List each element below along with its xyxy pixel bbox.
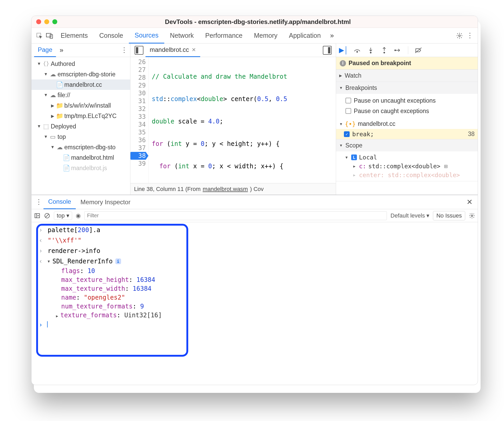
object-property[interactable]: name: "opengles2" bbox=[61, 293, 478, 302]
show-console-sidebar-icon[interactable] bbox=[34, 213, 40, 219]
code-area[interactable]: // Calculate and draw the Mandelbrot std… bbox=[149, 57, 336, 183]
watch-section[interactable]: ▶Watch bbox=[336, 70, 478, 82]
tree-file-protocol[interactable]: ▼☁︎file:// bbox=[32, 90, 130, 100]
breakpoint-file[interactable]: ▼{•}mandelbrot.cc bbox=[336, 119, 478, 129]
breakpoint-text: break; bbox=[352, 131, 374, 138]
tree-file-mandelbrot-cc[interactable]: 📄mandelbrot.cc bbox=[32, 79, 130, 90]
step-into-icon[interactable] bbox=[366, 46, 375, 55]
kebab-icon[interactable]: ⋮ bbox=[121, 46, 128, 54]
section-header[interactable]: ▼Scope bbox=[336, 139, 478, 151]
scope-section: ▼Scope ▼LLocal ▶c: std::complex<double>⊞… bbox=[336, 139, 478, 181]
console-output-row: ‹"'\\xff'" bbox=[38, 235, 478, 246]
scope-local[interactable]: ▼LLocal bbox=[339, 153, 475, 162]
step-out-icon[interactable] bbox=[380, 46, 389, 55]
svg-point-10 bbox=[471, 215, 473, 216]
tree-file-html[interactable]: 📄mandelbrot.html bbox=[32, 152, 130, 163]
traffic-lights bbox=[36, 19, 57, 24]
zoom-window-button[interactable] bbox=[52, 19, 57, 24]
sources-panel: Page » ⋮ ▼〈〉Authored ▼☁︎emscripten-dbg-s… bbox=[32, 44, 478, 195]
scope-variable[interactable]: ▶center: std::complex<double> bbox=[339, 171, 475, 179]
console-filter-input[interactable] bbox=[84, 211, 387, 220]
debugger-sidebar: ▶│ iPaused on breakpoint ▶Watch ▼Breakpo… bbox=[336, 44, 478, 195]
breakpoint-line: 38 bbox=[468, 131, 475, 138]
object-properties: flags: 10 max_texture_height: 16384 max_… bbox=[38, 267, 478, 320]
close-window-button[interactable] bbox=[36, 19, 41, 24]
svg-rect-1 bbox=[46, 33, 51, 37]
toggle-navigator-icon[interactable] bbox=[135, 46, 143, 55]
pause-uncaught-checkbox[interactable]: Pause on uncaught exceptions bbox=[345, 95, 475, 106]
tree-group-deployed[interactable]: ▼⬚Deployed bbox=[32, 121, 130, 132]
gear-icon[interactable] bbox=[469, 213, 475, 219]
inspect-icon[interactable] bbox=[34, 30, 45, 41]
object-property[interactable]: max_texture_width: 16384 bbox=[61, 284, 478, 293]
scope-variable[interactable]: ▶c: std::complex<double>⊞ bbox=[339, 162, 475, 171]
tree-group-authored[interactable]: ▼〈〉Authored bbox=[32, 59, 130, 69]
tabs-overflow-icon[interactable]: » bbox=[326, 32, 337, 40]
object-property[interactable]: num_texture_formats: 9 bbox=[61, 302, 478, 311]
clear-console-icon[interactable] bbox=[44, 213, 50, 219]
object-property[interactable]: max_texture_height: 16384 bbox=[61, 275, 478, 284]
console-prompt[interactable]: › bbox=[38, 320, 478, 330]
execution-context-selector[interactable]: top▾ bbox=[54, 212, 72, 220]
output-caret-icon: ‹ bbox=[39, 237, 44, 244]
source-map-link[interactable]: mandelbrot.wasm bbox=[203, 186, 248, 193]
info-badge-icon[interactable]: i bbox=[115, 258, 121, 264]
object-property[interactable]: flags: 10 bbox=[61, 267, 478, 275]
svg-point-3 bbox=[459, 35, 461, 36]
nav-tab-page[interactable]: Page bbox=[34, 44, 56, 57]
nav-overflow-icon[interactable]: » bbox=[56, 46, 67, 54]
drawer-tab-console[interactable]: Console bbox=[43, 195, 76, 209]
tree-frame-top[interactable]: ▼▭top bbox=[32, 132, 130, 142]
gutter[interactable]: 2627282930313233343536373839 bbox=[130, 57, 149, 183]
toggle-debugger-icon[interactable] bbox=[323, 46, 332, 55]
close-drawer-icon[interactable]: ✕ bbox=[464, 198, 475, 206]
chevron-down-icon: ▾ bbox=[66, 212, 69, 219]
context-label: top bbox=[57, 212, 65, 219]
pause-caught-checkbox[interactable]: Pause on caught exceptions bbox=[345, 106, 475, 116]
tree-label: tmp/tmp.ELcTq2YC bbox=[64, 113, 117, 120]
editor-status-bar: Line 38, Column 11 (From mandelbrot.wasm… bbox=[130, 183, 336, 195]
tree-domain[interactable]: ▼☁︎emscripten-dbg-storie bbox=[32, 69, 130, 79]
editor-tab[interactable]: mandelbrot.cc✕ bbox=[146, 44, 200, 57]
tree-folder[interactable]: ▶📁tmp/tmp.ELcTq2YC bbox=[32, 111, 130, 121]
device-icon[interactable] bbox=[45, 30, 55, 41]
close-icon[interactable]: ✕ bbox=[192, 47, 196, 53]
minimize-window-button[interactable] bbox=[44, 19, 49, 24]
svg-point-7 bbox=[395, 50, 396, 51]
deactivate-breakpoints-icon[interactable] bbox=[414, 46, 423, 55]
tab-network[interactable]: Network bbox=[164, 28, 200, 44]
tree-file-js[interactable]: 📄mandelbrot.js bbox=[32, 163, 130, 173]
step-icon[interactable] bbox=[393, 46, 402, 55]
tab-performance[interactable]: Performance bbox=[199, 28, 248, 44]
code-editor[interactable]: 2627282930313233343536373839 // Calculat… bbox=[130, 57, 336, 183]
drawer-tab-memory-inspector[interactable]: Memory Inspector bbox=[76, 195, 135, 209]
section-header[interactable]: ▼Breakpoints bbox=[336, 82, 478, 94]
object-header[interactable]: ▼SDL_RendererInfoi bbox=[48, 258, 121, 265]
kebab-icon[interactable]: ⋮ bbox=[465, 30, 475, 41]
step-over-icon[interactable] bbox=[353, 46, 362, 55]
breakpoint-item[interactable]: ✓break;38 bbox=[336, 129, 478, 139]
breakpoint-checkbox[interactable]: ✓ bbox=[344, 131, 350, 137]
tab-console[interactable]: Console bbox=[93, 28, 129, 44]
tab-sources[interactable]: Sources bbox=[129, 28, 164, 44]
breakpoint-file-label: mandelbrot.cc bbox=[358, 120, 395, 127]
console-body[interactable]: ›palette[200].a ‹"'\\xff'" ›renderer->in… bbox=[32, 222, 478, 385]
live-expression-icon[interactable]: ◉ bbox=[76, 212, 81, 219]
console-output: "'\\xff'" bbox=[48, 237, 81, 244]
tab-memory[interactable]: Memory bbox=[248, 28, 283, 44]
tree-domain[interactable]: ▼☁︎emscripten-dbg-sto bbox=[32, 142, 130, 152]
drawer: ⋮ Console Memory Inspector ✕ top▾ ◉ Defa… bbox=[32, 195, 478, 385]
resume-icon[interactable]: ▶│ bbox=[339, 46, 348, 55]
tree-folder[interactable]: ▶📁b/s/w/ir/x/w/install bbox=[32, 100, 130, 111]
kebab-icon[interactable]: ⋮ bbox=[34, 198, 43, 206]
log-levels-selector[interactable]: Default levels▾ bbox=[390, 212, 429, 219]
tree-label: mandelbrot.js bbox=[71, 165, 107, 172]
object-property[interactable]: ▶ texture_formats: Uint32[16] bbox=[56, 311, 478, 320]
gear-icon[interactable] bbox=[454, 30, 465, 41]
tab-elements[interactable]: Elements bbox=[55, 28, 93, 44]
issues-button[interactable]: No Issues bbox=[433, 211, 465, 220]
window-title: DevTools - emscripten-dbg-stories.netlif… bbox=[64, 18, 452, 26]
svg-point-5 bbox=[370, 52, 371, 53]
tab-application[interactable]: Application bbox=[283, 28, 326, 44]
tree-label: Deployed bbox=[51, 123, 76, 130]
